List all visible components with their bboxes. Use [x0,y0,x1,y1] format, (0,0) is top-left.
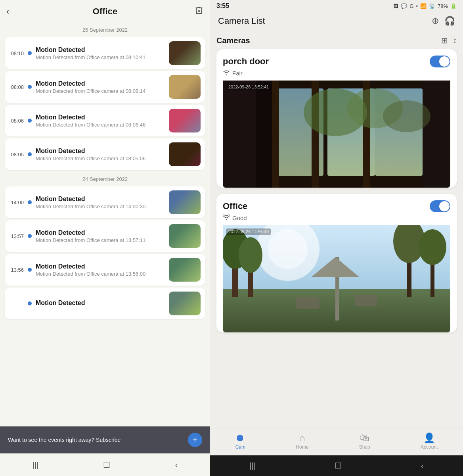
event-time: 08:08 [10,84,24,90]
page-title: Office [93,6,117,17]
svg-rect-13 [423,81,450,188]
event-dot [28,268,32,272]
event-text: Motion Detected Motion Detected from Off… [36,46,165,60]
event-dot [28,234,32,238]
event-title: Motion Detected [36,46,165,54]
right-menu-button[interactable]: ||| [242,460,264,472]
cameras-row: Cameras ⊞ ↕ [216,33,457,49]
back-button[interactable]: ‹ [6,6,9,17]
add-event-button[interactable]: + [188,433,202,447]
event-card[interactable]: 08:06 Motion Detected Motion Detected fr… [5,105,205,136]
camera-card-office: Office Good [216,194,457,332]
office-image [223,225,450,332]
toggle-knob-porch [439,56,450,67]
event-time: 08:06 [10,118,24,124]
svg-rect-6 [169,258,201,282]
nav-shop[interactable]: 🛍 Shop [359,432,370,450]
event-card[interactable]: 13:57 Motion Detected Motion Detected fr… [5,220,205,252]
camera-name-porch: porch door [223,56,269,67]
dot-icon: • [416,3,418,9]
right-home-button[interactable]: ☐ [327,459,350,472]
camera-preview-porch[interactable]: 2022-09-26 13:52:41 [223,81,450,188]
add-camera-button[interactable]: ⊕ [432,16,439,26]
signal-quality-office: Good [232,215,247,221]
sort-button[interactable]: ↕ [453,36,457,45]
right-header: Camera List ⊕ 🎧 [210,12,463,30]
event-dot [28,301,32,305]
event-text: Motion Detected Motion Detected from Off… [36,263,165,277]
nav-home-button[interactable]: ☐ [95,459,118,471]
event-time: 08:10 [10,50,24,56]
camera-name-office: Office [223,201,247,211]
office-timestamp: 2022-09-26 14:55:40 [226,228,271,235]
event-dot [28,152,32,156]
header-actions: ⊕ 🎧 [432,16,455,26]
event-card[interactable]: 14:00 Motion Detected Motion Detected fr… [5,186,205,218]
account-icon: 👤 [423,432,435,443]
signal-quality-porch: Fair [232,70,243,77]
svg-rect-5 [169,224,201,248]
event-desc: Motion Detected from Office camera at 08… [36,54,165,60]
event-card[interactable]: 08:10 Motion Detected Motion Detected fr… [5,37,205,69]
left-header: ‹ Office [0,0,210,23]
event-thumbnail [169,75,201,99]
nav-home[interactable]: ⌂ Home [296,432,308,450]
camera-toggle-office[interactable] [430,200,450,212]
svg-rect-35 [296,297,320,309]
event-card[interactable]: 08:08 Motion Detected Motion Detected fr… [5,71,205,103]
event-thumbnail [169,292,201,315]
wifi-status-icon: 📶 [420,3,427,9]
camera-preview-office[interactable]: 2022-09-26 14:55:40 [223,225,450,332]
porch-timestamp: 2022-09-26 13:52:41 [226,84,271,90]
cam-label: Cam [235,444,245,450]
grid-view-button[interactable]: ⊞ [441,36,448,45]
svg-rect-4 [169,190,201,214]
event-time: 08:05 [10,152,24,157]
home-label: Home [296,444,308,450]
nav-cam[interactable]: ⏺ Cam [235,432,245,450]
trash-button[interactable] [194,6,204,17]
event-thumbnail [169,224,201,248]
event-card[interactable]: Motion Detected [5,288,205,319]
headphones-button[interactable]: 🎧 [444,16,455,26]
camera-card-header-office: Office [223,200,450,212]
toggle-knob-office [439,201,450,211]
nav-menu-button[interactable]: ||| [25,459,47,471]
right-back-button[interactable]: ‹ [413,460,432,472]
nav-back-button[interactable]: ‹ [167,459,186,471]
battery-icon: 🔋 [450,3,457,9]
porch-image [223,81,450,188]
svg-rect-2 [169,109,201,132]
event-card[interactable]: 13:56 Motion Detected Motion Detected fr… [5,254,205,286]
account-label: Account [421,444,438,450]
photo-icon: 🖼 [393,3,398,9]
event-title: Motion Detected [36,299,165,307]
event-desc: Motion Detected from Office camera at 14… [36,203,165,209]
camera-card-header-porch: porch door [223,56,450,67]
right-panel: 3:55 🖼 💬 G • 📶 📡 78% 🔋 Camera List ⊕ 🎧 C… [210,0,463,476]
nav-account[interactable]: 👤 Account [421,432,438,450]
camera-list-title: Camera List [218,16,265,26]
bottom-nav: ⏺ Cam ⌂ Home 🛍 Shop 👤 Account [210,428,463,455]
status-icons: 🖼 💬 G • 📶 📡 78% 🔋 [393,3,457,9]
event-thumbnail [169,258,201,282]
event-card[interactable]: 08:05 Motion Detected Motion Detected fr… [5,138,205,170]
event-dot [28,119,32,123]
left-panel: ‹ Office 25 September 2022 08:10 Motion … [0,0,210,476]
event-title: Motion Detected [36,263,165,270]
svg-point-23 [268,229,308,269]
svg-rect-0 [169,41,201,65]
event-text: Motion Detected Motion Detected from Off… [36,148,165,161]
camera-card-porch: porch door Fair [216,49,457,188]
right-system-nav: ||| ☐ ‹ [210,455,463,476]
camera-toggle-porch[interactable] [430,56,450,67]
svg-rect-3 [169,142,201,166]
event-desc: Motion Detected from Office camera at 08… [36,155,165,161]
svg-rect-17 [223,81,256,188]
date-separator: 25 September 2022 [3,23,207,35]
home-icon: ⌂ [299,432,305,443]
events-list: 25 September 2022 08:10 Motion Detected … [0,23,210,426]
google-icon: G [409,3,413,9]
signal-icon: 📡 [429,3,435,9]
event-desc: Motion Detected from Office camera at 08… [36,122,165,128]
